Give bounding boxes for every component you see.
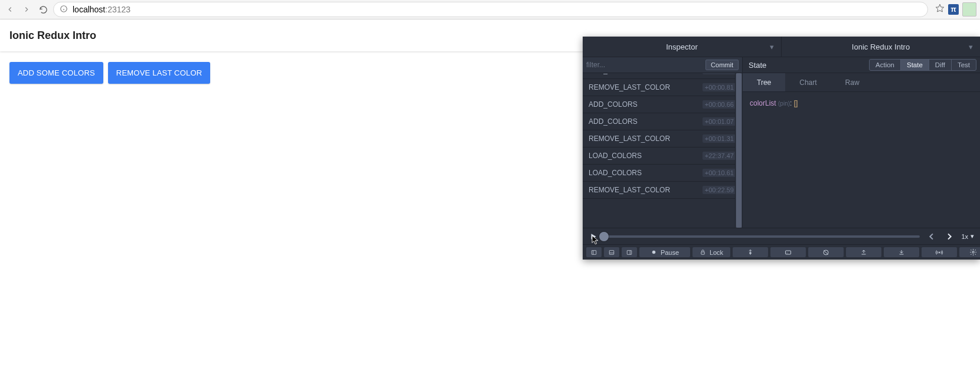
action-time: +00:10.61	[703, 169, 736, 177]
redux-devtools: Inspector ▾ Ionic Redux Intro ▾ Commit A…	[583, 37, 980, 260]
svg-rect-12	[701, 252, 705, 254]
action-name: REMOVE_LAST_COLOR	[589, 83, 670, 91]
persist-button[interactable]	[808, 247, 844, 257]
action-row[interactable]: ADD_COLORS+00:01.07	[583, 113, 742, 130]
pause-label: Pause	[661, 249, 679, 256]
pin-button[interactable]	[733, 247, 768, 257]
dock-left-button[interactable]	[586, 247, 602, 257]
import-button[interactable]	[884, 247, 919, 257]
view-tabs: Tree Chart Raw	[743, 73, 980, 92]
remote-button[interactable]	[922, 247, 957, 257]
instance-dropdown[interactable]: Ionic Redux Intro ▾	[781, 37, 980, 57]
chevron-down-icon: ▾	[969, 42, 973, 51]
scrollbar[interactable]	[735, 73, 742, 228]
svg-point-21	[939, 252, 940, 253]
page-title: Ionic Redux Intro	[9, 29, 96, 42]
action-time: +00:00.66	[703, 100, 736, 109]
state-inspector-panel: State Action State Diff Test Tree Chart …	[743, 57, 980, 228]
svg-marker-3	[936, 4, 943, 12]
svg-rect-5	[592, 250, 596, 254]
segment-state[interactable]: State	[900, 60, 929, 70]
chevron-down-icon: ▾	[770, 42, 774, 51]
playback-speed-dropdown[interactable]: 1x▾	[961, 232, 974, 240]
action-name: LOAD_COLORS	[589, 169, 642, 177]
action-row[interactable]: ADD_COLORS+00:00.90	[583, 73, 742, 79]
dock-bottom-button[interactable]	[604, 247, 619, 257]
add-colors-button[interactable]: ADD SOME COLORS	[9, 62, 103, 84]
svg-marker-4	[592, 234, 596, 239]
application-body: Ionic Redux Intro ADD SOME COLORS REMOVE…	[0, 19, 980, 374]
action-row[interactable]: LOAD_COLORS+22:37.47	[583, 147, 742, 165]
svg-line-16	[824, 250, 828, 254]
slider-track[interactable]	[604, 235, 920, 238]
tree-pin-label: (pin)	[778, 100, 790, 107]
action-name: ADD_COLORS	[589, 117, 638, 126]
reload-button[interactable]	[37, 3, 50, 16]
action-name: ADD_COLORS	[589, 73, 638, 74]
tree-colon: :	[790, 99, 794, 107]
action-time: +00:22.59	[703, 186, 736, 194]
segment-action[interactable]: Action	[870, 60, 900, 70]
step-forward-button[interactable]	[943, 232, 955, 241]
tree-key: colorList	[750, 99, 776, 107]
bookmark-star-icon[interactable]	[935, 4, 945, 15]
lock-changes-button[interactable]: Lock	[692, 247, 730, 257]
extension-icon[interactable]: π	[948, 4, 959, 15]
action-name: LOAD_COLORS	[589, 152, 642, 160]
action-row[interactable]: LOAD_COLORS+00:10.61	[583, 165, 742, 182]
step-back-button[interactable]	[926, 232, 937, 241]
action-name: REMOVE_LAST_COLOR	[589, 134, 670, 143]
action-row[interactable]: REMOVE_LAST_COLOR+00:01.31	[583, 130, 742, 147]
instance-dropdown-label: Ionic Redux Intro	[852, 42, 910, 51]
svg-rect-9	[627, 250, 632, 254]
speed-label: 1x	[961, 233, 968, 240]
action-time: +00:01.07	[703, 117, 736, 126]
tree-value: []	[794, 99, 798, 107]
segment-diff[interactable]: Diff	[929, 60, 951, 70]
commit-button[interactable]: Commit	[705, 60, 739, 70]
export-button[interactable]	[846, 247, 881, 257]
remove-last-color-button[interactable]: REMOVE LAST COLOR	[108, 62, 210, 84]
action-row[interactable]: REMOVE_LAST_COLOR+00:00.81	[583, 79, 742, 96]
action-name: REMOVE_LAST_COLOR	[589, 186, 670, 194]
monitor-dropdown[interactable]: Inspector ▾	[583, 37, 781, 57]
filter-input[interactable]	[586, 61, 703, 69]
address-bar[interactable]: localhost:23123	[53, 2, 928, 17]
action-time: +00:00.90	[703, 73, 736, 74]
site-info-icon[interactable]	[60, 5, 68, 15]
tab-raw[interactable]: Raw	[831, 73, 874, 91]
browser-chrome: localhost:23123 π	[0, 0, 980, 19]
devtools-bottom-bar: Pause Lock	[583, 244, 980, 260]
svg-rect-13	[786, 251, 791, 254]
state-header: State Action State Diff Test	[743, 57, 980, 73]
chevron-down-icon: ▾	[971, 232, 974, 240]
inspector-segment: Action State Diff Test	[869, 59, 976, 71]
devtools-top-bar: Inspector ▾ Ionic Redux Intro ▾	[583, 37, 980, 57]
action-time: +22:37.47	[703, 152, 736, 160]
settings-button[interactable]	[959, 247, 980, 257]
dispatch-button[interactable]	[770, 247, 806, 257]
segment-test[interactable]: Test	[951, 60, 976, 70]
slider-handle[interactable]	[599, 232, 609, 241]
action-name: ADD_COLORS	[589, 100, 638, 109]
tab-tree[interactable]: Tree	[743, 73, 785, 91]
play-button[interactable]	[589, 232, 598, 241]
pause-recording-button[interactable]: Pause	[639, 247, 690, 257]
url-text: localhost:23123	[73, 5, 130, 14]
action-list[interactable]: ADD_COLORS+00:00.90REMOVE_LAST_COLOR+00:…	[583, 73, 742, 228]
state-tree[interactable]: colorList (pin): []	[743, 92, 980, 228]
tab-chart[interactable]: Chart	[785, 73, 831, 91]
forward-button[interactable]	[20, 3, 33, 16]
action-row[interactable]: ADD_COLORS+00:00.66	[583, 96, 742, 113]
monitor-dropdown-label: Inspector	[666, 42, 697, 51]
svg-point-22	[972, 251, 974, 253]
profile-avatar[interactable]	[962, 2, 976, 17]
action-row[interactable]: REMOVE_LAST_COLOR+00:22.59	[583, 182, 742, 199]
svg-point-11	[652, 251, 656, 254]
dock-right-button[interactable]	[622, 247, 637, 257]
action-time: +00:01.31	[703, 134, 736, 143]
svg-rect-7	[609, 250, 614, 254]
action-time: +00:00.81	[703, 83, 736, 91]
action-log-panel: Commit ADD_COLORS+00:00.90REMOVE_LAST_CO…	[583, 57, 743, 228]
back-button[interactable]	[4, 3, 17, 16]
